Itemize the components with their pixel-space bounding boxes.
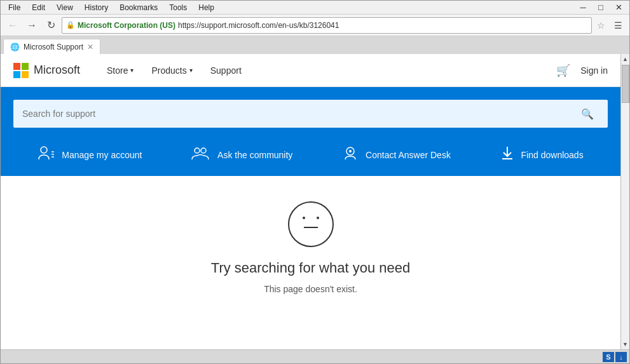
manage-account-label: Manage my account xyxy=(62,150,142,160)
banner-link-downloads[interactable]: Find downloads xyxy=(490,140,594,170)
banner-link-answer-desk[interactable]: Contact Answer Desk xyxy=(331,140,461,170)
status-icon-download: ↓ xyxy=(615,352,627,362)
maximize-button[interactable]: □ xyxy=(592,0,609,15)
nav-products-arrow: ▾ xyxy=(189,67,193,74)
address-bar[interactable]: 🔒 Microsoft Corporation (US) https://sup… xyxy=(62,17,592,34)
ms-logo-text: Microsoft xyxy=(34,64,80,77)
tab-close-button[interactable]: ✕ xyxy=(87,43,93,51)
logo-sq-green xyxy=(22,63,29,70)
active-tab[interactable]: 🌐 Microsoft Support ✕ xyxy=(3,39,100,54)
menu-tools[interactable]: Tools xyxy=(164,2,192,13)
page-with-scroll: Microsoft Store ▾ Products ▾ Support xyxy=(1,54,629,349)
nav-support-label: Support xyxy=(210,65,242,76)
banner-links: Manage my account xyxy=(13,140,608,176)
nav-support[interactable]: Support xyxy=(203,62,249,79)
tab-label: Microsoft Support xyxy=(24,43,83,51)
scroll-thumb[interactable] xyxy=(622,65,629,103)
sad-face-icon xyxy=(288,201,334,247)
scroll-track[interactable] xyxy=(621,64,630,339)
nav-products-label: Products xyxy=(151,65,186,76)
scroll-down-button[interactable]: ▼ xyxy=(621,339,630,349)
error-subtitle: This page doesn't exist. xyxy=(264,284,357,294)
sign-in-button[interactable]: Sign in xyxy=(580,65,608,76)
sad-face-inner xyxy=(303,217,319,232)
search-button[interactable]: 🔍 xyxy=(576,105,599,123)
page-content: Microsoft Store ▾ Products ▾ Support xyxy=(1,54,629,349)
manage-account-icon xyxy=(38,145,55,165)
downloads-icon xyxy=(500,145,515,165)
close-button[interactable]: ✕ xyxy=(610,0,627,15)
ms-logo[interactable]: Microsoft xyxy=(13,63,80,78)
ms-logo-squares xyxy=(13,63,29,78)
face-mouth xyxy=(304,227,318,232)
face-eyes xyxy=(303,217,319,219)
status-icon-s: S xyxy=(603,352,614,362)
menu-bar: File Edit View History Bookmarks Tools H… xyxy=(1,1,629,15)
menu-bookmarks[interactable]: Bookmarks xyxy=(114,2,163,13)
scrollbar[interactable]: ▲ ▼ xyxy=(620,54,629,349)
menu-help[interactable]: Help xyxy=(193,2,219,13)
ms-nav: Store ▾ Products ▾ Support xyxy=(99,62,544,79)
error-title: Try searching for what you need xyxy=(211,260,410,276)
menu-edit[interactable]: Edit xyxy=(27,2,50,13)
tab-favicon: 🌐 xyxy=(10,43,20,51)
nav-store[interactable]: Store ▾ xyxy=(99,62,141,79)
nav-store-arrow: ▾ xyxy=(130,67,134,74)
answer-desk-label: Contact Answer Desk xyxy=(366,150,451,160)
svg-point-5 xyxy=(201,148,206,153)
logo-sq-red xyxy=(13,63,20,70)
community-label: Ask the community xyxy=(217,150,292,160)
svg-point-7 xyxy=(349,150,352,152)
logo-sq-yellow xyxy=(22,71,29,78)
search-input[interactable] xyxy=(22,109,570,119)
tab-bar: 🌐 Microsoft Support ✕ xyxy=(1,36,629,54)
answer-desk-icon xyxy=(341,145,359,165)
nav-store-label: Store xyxy=(107,65,128,76)
svg-point-0 xyxy=(41,147,47,153)
blue-banner: 🔍 xyxy=(1,87,620,176)
nav-bar: ← → ↻ 🔒 Microsoft Corporation (US) https… xyxy=(1,15,629,36)
ms-header-right: 🛒 Sign in xyxy=(556,64,608,78)
ms-header: Microsoft Store ▾ Products ▾ Support xyxy=(1,54,620,87)
search-bar-container: 🔍 xyxy=(13,100,608,128)
bookmark-star-icon[interactable]: ☆ xyxy=(594,20,608,30)
refresh-button[interactable]: ↻ xyxy=(43,17,59,34)
banner-link-manage[interactable]: Manage my account xyxy=(27,140,152,170)
logo-sq-blue xyxy=(13,71,20,78)
scroll-up-button[interactable]: ▲ xyxy=(621,54,630,64)
forward-button[interactable]: → xyxy=(24,17,40,34)
eye-left xyxy=(303,217,305,219)
menu-view[interactable]: View xyxy=(51,2,78,13)
community-icon xyxy=(191,145,211,165)
back-button[interactable]: ← xyxy=(4,17,21,34)
downloads-label: Find downloads xyxy=(521,150,584,160)
browser-window: File Edit View History Bookmarks Tools H… xyxy=(0,0,630,364)
status-bar: S ↓ xyxy=(1,349,629,363)
menu-file[interactable]: File xyxy=(3,2,25,13)
svg-point-4 xyxy=(195,148,200,153)
menu-history[interactable]: History xyxy=(79,2,113,13)
cart-icon[interactable]: 🛒 xyxy=(556,64,570,78)
eye-right xyxy=(317,217,319,219)
site-label: Microsoft Corporation (US) xyxy=(78,21,175,30)
minimize-button[interactable]: ─ xyxy=(575,0,591,15)
banner-link-community[interactable]: Ask the community xyxy=(181,140,303,170)
menu-hamburger-icon[interactable]: ☰ xyxy=(610,20,626,30)
main-content: Try searching for what you need This pag… xyxy=(1,176,620,320)
url-text: https://support.microsoft.com/en-us/kb/3… xyxy=(178,21,587,30)
page-inner[interactable]: Microsoft Store ▾ Products ▾ Support xyxy=(1,54,620,349)
security-icon: 🔒 xyxy=(66,21,75,29)
nav-products[interactable]: Products ▾ xyxy=(144,62,200,79)
